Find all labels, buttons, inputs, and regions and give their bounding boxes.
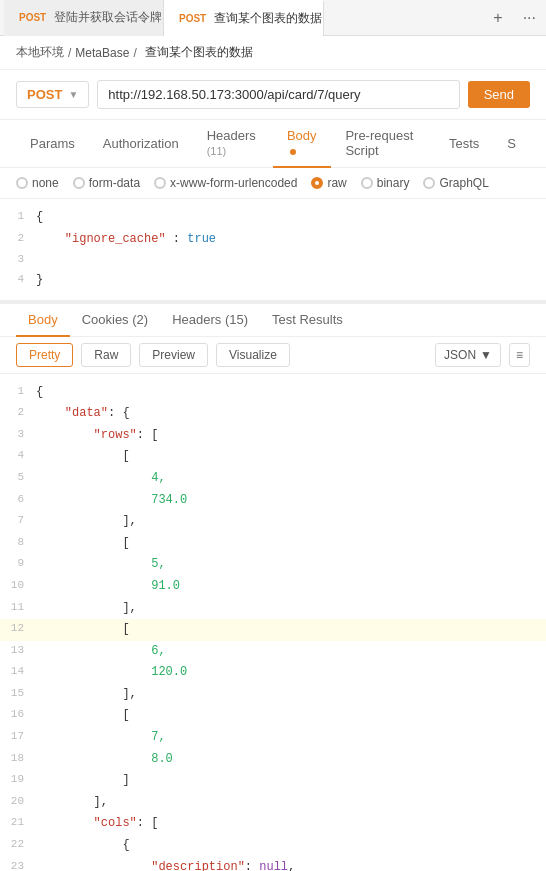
req-line-4: 4 } bbox=[0, 270, 546, 292]
resp-line-20: 20 ], bbox=[0, 792, 546, 814]
body-dot-indicator bbox=[290, 149, 296, 155]
resp-line-7: 7 ], bbox=[0, 511, 546, 533]
resp-view-pretty[interactable]: Pretty bbox=[16, 343, 73, 367]
body-type-binary[interactable]: binary bbox=[361, 176, 410, 190]
resp-view-preview[interactable]: Preview bbox=[139, 343, 208, 367]
response-body: 1 { 2 "data": { 3 "rows": [ 4 [ 5 4, 6 bbox=[0, 374, 546, 871]
radio-raw bbox=[311, 177, 323, 189]
word-wrap-button[interactable]: ≡ bbox=[509, 343, 530, 367]
body-type-selector: none form-data x-www-form-urlencoded raw… bbox=[0, 168, 546, 199]
tab-authorization[interactable]: Authorization bbox=[89, 128, 193, 161]
radio-urlencoded bbox=[154, 177, 166, 189]
resp-line-4: 4 [ bbox=[0, 446, 546, 468]
resp-view-visualize[interactable]: Visualize bbox=[216, 343, 290, 367]
tabs-bar: POST 登陆并获取会话令牌 POST 查询某个图表的数据 + ··· bbox=[0, 0, 546, 36]
tab-tests[interactable]: Tests bbox=[435, 128, 493, 161]
resp-line-1: 1 { bbox=[0, 382, 546, 404]
response-toolbar: Pretty Raw Preview Visualize JSON ▼ ≡ bbox=[0, 337, 546, 374]
breadcrumb-sep-1: / bbox=[68, 46, 71, 60]
resp-tab-cookies[interactable]: Cookies (2) bbox=[70, 304, 160, 337]
request-body-editor: 1 { 2 "ignore_cache" : true 3 4 } bbox=[0, 199, 546, 302]
resp-line-8: 8 [ bbox=[0, 533, 546, 555]
tab-headers[interactable]: Headers (11) bbox=[193, 120, 273, 168]
response-tabs: Body Cookies (2) Headers (15) Test Resul… bbox=[0, 304, 546, 337]
resp-line-22: 22 { bbox=[0, 835, 546, 857]
resp-line-13: 13 6, bbox=[0, 641, 546, 663]
method-label: POST bbox=[27, 87, 62, 102]
breadcrumb-env[interactable]: 本地环境 bbox=[16, 44, 64, 61]
tab-body[interactable]: Body bbox=[273, 120, 332, 168]
body-type-raw[interactable]: raw bbox=[311, 176, 346, 190]
resp-line-9: 9 5, bbox=[0, 554, 546, 576]
wrap-icon: ≡ bbox=[516, 348, 523, 362]
breadcrumb: 本地环境 / MetaBase / 查询某个图表的数据 bbox=[0, 36, 546, 70]
resp-line-23: 23 "description": null, bbox=[0, 857, 546, 871]
tab-1-method: POST bbox=[16, 11, 49, 24]
body-type-none[interactable]: none bbox=[16, 176, 59, 190]
req-line-2: 2 "ignore_cache" : true bbox=[0, 229, 546, 251]
chevron-down-icon: ▼ bbox=[480, 348, 492, 362]
resp-line-11: 11 ], bbox=[0, 598, 546, 620]
tab-2-label: 查询某个图表的数据 bbox=[214, 10, 322, 27]
resp-tab-test-results[interactable]: Test Results bbox=[260, 304, 355, 337]
resp-line-14: 14 120.0 bbox=[0, 662, 546, 684]
radio-form-data bbox=[73, 177, 85, 189]
json-format-selector[interactable]: JSON ▼ bbox=[435, 343, 501, 367]
tab-2-method: POST bbox=[176, 12, 209, 25]
add-tab-button[interactable]: + bbox=[487, 5, 508, 31]
tab-params[interactable]: Params bbox=[16, 128, 89, 161]
tab-actions: + ··· bbox=[487, 5, 542, 31]
body-type-urlencoded[interactable]: x-www-form-urlencoded bbox=[154, 176, 297, 190]
url-bar: POST ▼ Send bbox=[0, 70, 546, 120]
url-input[interactable] bbox=[97, 80, 459, 109]
resp-line-5: 5 4, bbox=[0, 468, 546, 490]
radio-graphql bbox=[423, 177, 435, 189]
resp-line-2: 2 "data": { bbox=[0, 403, 546, 425]
response-section: Body Cookies (2) Headers (15) Test Resul… bbox=[0, 302, 546, 871]
resp-line-17: 17 7, bbox=[0, 727, 546, 749]
radio-none bbox=[16, 177, 28, 189]
tab-1-label: 登陆并获取会话令牌 bbox=[54, 9, 162, 26]
method-selector[interactable]: POST ▼ bbox=[16, 81, 89, 108]
tab-2[interactable]: POST 查询某个图表的数据 bbox=[164, 0, 324, 36]
resp-line-15: 15 ], bbox=[0, 684, 546, 706]
resp-line-6: 6 734.0 bbox=[0, 490, 546, 512]
more-tabs-button[interactable]: ··· bbox=[517, 5, 542, 31]
req-line-3: 3 bbox=[0, 250, 546, 270]
resp-line-10: 10 91.0 bbox=[0, 576, 546, 598]
tab-1[interactable]: POST 登陆并获取会话令牌 bbox=[4, 0, 164, 36]
tab-settings[interactable]: S bbox=[493, 128, 530, 161]
radio-binary bbox=[361, 177, 373, 189]
breadcrumb-collection[interactable]: MetaBase bbox=[75, 46, 129, 60]
tab-pre-request[interactable]: Pre-request Script bbox=[331, 120, 435, 168]
body-type-graphql[interactable]: GraphQL bbox=[423, 176, 488, 190]
req-line-1: 1 { bbox=[0, 207, 546, 229]
resp-view-raw[interactable]: Raw bbox=[81, 343, 131, 367]
resp-line-18: 18 8.0 bbox=[0, 749, 546, 771]
resp-line-3: 3 "rows": [ bbox=[0, 425, 546, 447]
chevron-down-icon: ▼ bbox=[68, 89, 78, 100]
breadcrumb-current: 查询某个图表的数据 bbox=[145, 44, 253, 61]
resp-line-16: 16 [ bbox=[0, 705, 546, 727]
resp-tab-body[interactable]: Body bbox=[16, 304, 70, 337]
send-button[interactable]: Send bbox=[468, 81, 530, 108]
body-type-form-data[interactable]: form-data bbox=[73, 176, 140, 190]
resp-line-12: 12 [ bbox=[0, 619, 546, 641]
resp-line-21: 21 "cols": [ bbox=[0, 813, 546, 835]
request-tabs: Params Authorization Headers (11) Body P… bbox=[0, 120, 546, 168]
breadcrumb-sep-2: / bbox=[133, 46, 136, 60]
resp-line-19: 19 ] bbox=[0, 770, 546, 792]
resp-tab-headers[interactable]: Headers (15) bbox=[160, 304, 260, 337]
